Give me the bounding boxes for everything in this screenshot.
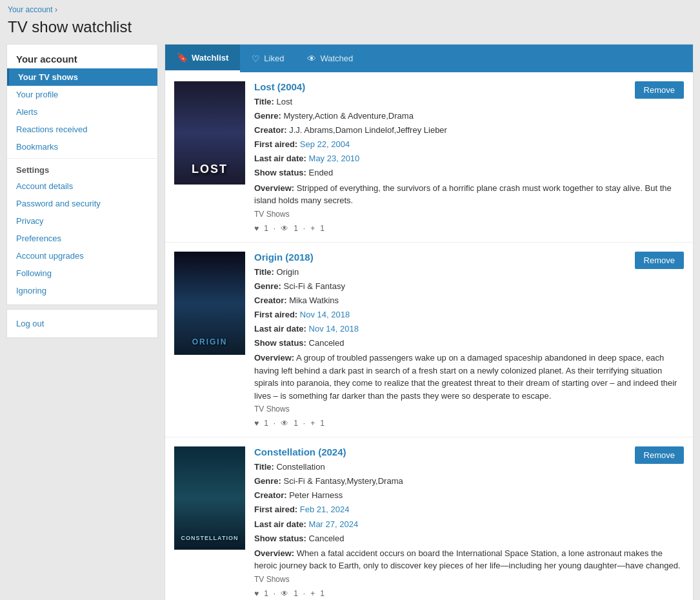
view-icon-lost: · bbox=[274, 224, 275, 233]
show-title-constellation[interactable]: Constellation (2024) bbox=[254, 446, 684, 457]
sidebar-item-reactions-received[interactable]: Reactions received bbox=[7, 121, 157, 138]
view-count-origin: 1 bbox=[294, 419, 298, 428]
watchlist-icon: 🔖 bbox=[177, 52, 188, 63]
remove-button-origin[interactable]: Remove bbox=[635, 252, 684, 269]
sidebar-item-alerts[interactable]: Alerts bbox=[7, 103, 157, 121]
show-meta-constellation: Title: Constellation Genre: Sci-Fi & Fan… bbox=[254, 460, 684, 572]
logout-button[interactable]: Log out bbox=[7, 315, 157, 332]
show-poster-constellation: CONSTELLATION bbox=[174, 446, 245, 550]
show-actions-constellation: ♥ 1 · 👁 1 · + 1 bbox=[254, 589, 684, 598]
sidebar-account-heading: Your account bbox=[7, 50, 157, 68]
breadcrumb: Your account › bbox=[0, 0, 700, 15]
like-count-constellation: 1 bbox=[264, 589, 268, 598]
liked-icon: ♡ bbox=[252, 54, 260, 64]
sidebar-settings-heading: Settings bbox=[7, 161, 157, 177]
sidebar-item-bookmarks[interactable]: Bookmarks bbox=[7, 138, 157, 155]
sidebar-item-following[interactable]: Following bbox=[7, 265, 157, 282]
show-info-constellation: Constellation (2024) Title: Constellatio… bbox=[254, 446, 684, 598]
sidebar-item-your-tv-shows[interactable]: Your TV shows bbox=[7, 68, 157, 86]
sidebar-item-password-security[interactable]: Password and security bbox=[7, 195, 157, 212]
show-info-lost: Lost (2004) Title: Lost Genre: Mystery,A… bbox=[254, 81, 684, 233]
watched-icon: 👁 bbox=[307, 54, 316, 64]
eye-icon-constellation: 👁 bbox=[281, 589, 288, 598]
tab-watched[interactable]: 👁 Watched bbox=[295, 45, 365, 72]
eye-icon-lost: 👁 bbox=[281, 224, 288, 233]
plus-icon-constellation: + bbox=[310, 589, 315, 598]
show-item-origin: ORIGIN Origin (2018) Title: Origin Genre… bbox=[165, 243, 693, 438]
tab-liked[interactable]: ♡ Liked bbox=[240, 45, 295, 72]
show-actions-lost: ♥ 1 · 👁 1 · + 1 bbox=[254, 224, 684, 233]
plus-count-lost: 1 bbox=[320, 224, 325, 233]
breadcrumb-separator: › bbox=[55, 5, 57, 14]
show-actions-origin: ♥ 1 · 👁 1 · + 1 bbox=[254, 419, 684, 428]
sidebar-item-ignoring[interactable]: Ignoring bbox=[7, 282, 157, 299]
show-title-lost[interactable]: Lost (2004) bbox=[254, 81, 684, 92]
breadcrumb-parent[interactable]: Your account bbox=[8, 5, 53, 14]
show-list: LOST Lost (2004) Title: Lost Genre: Myst… bbox=[165, 72, 693, 600]
show-item-lost: LOST Lost (2004) Title: Lost Genre: Myst… bbox=[165, 72, 693, 243]
tab-liked-label: Liked bbox=[264, 54, 284, 63]
sidebar-item-privacy[interactable]: Privacy bbox=[7, 212, 157, 230]
tab-watchlist-label: Watchlist bbox=[192, 53, 228, 63]
view-count-lost: 1 bbox=[294, 224, 298, 233]
page-title: TV show watchlist bbox=[0, 15, 700, 44]
show-category-lost: TV Shows bbox=[254, 210, 684, 219]
sidebar-item-account-details[interactable]: Account details bbox=[7, 177, 157, 195]
like-count-origin: 1 bbox=[264, 419, 268, 428]
show-meta-origin: Title: Origin Genre: Sci-Fi & Fantasy Cr… bbox=[254, 265, 684, 403]
view-count-constellation: 1 bbox=[294, 589, 298, 598]
show-meta-lost: Title: Lost Genre: Mystery,Action & Adve… bbox=[254, 95, 684, 207]
poster-label-origin: ORIGIN bbox=[174, 337, 245, 352]
show-item-constellation: CONSTELLATION Constellation (2024) Title… bbox=[165, 437, 693, 600]
show-title-origin[interactable]: Origin (2018) bbox=[254, 252, 684, 263]
like-icon-origin: ♥ bbox=[254, 419, 259, 428]
like-count-lost: 1 bbox=[264, 224, 268, 233]
sidebar-logout-section: Log out bbox=[6, 309, 158, 338]
remove-button-constellation[interactable]: Remove bbox=[635, 446, 684, 464]
plus-count-constellation: 1 bbox=[320, 589, 325, 598]
sidebar-item-preferences[interactable]: Preferences bbox=[7, 230, 157, 247]
like-icon-constellation: ♥ bbox=[254, 589, 259, 598]
poster-label-constellation: CONSTELLATION bbox=[174, 535, 245, 546]
sidebar-item-account-upgrades[interactable]: Account upgrades bbox=[7, 247, 157, 265]
remove-button-lost[interactable]: Remove bbox=[635, 81, 684, 99]
show-poster-lost: LOST bbox=[174, 81, 245, 185]
sidebar: Your account Your TV shows Your profile … bbox=[6, 44, 158, 600]
tabs-bar: 🔖 Watchlist ♡ Liked 👁 Watched bbox=[165, 45, 693, 72]
plus-icon-lost: + bbox=[310, 224, 315, 233]
poster-label-lost: LOST bbox=[174, 163, 245, 181]
tab-watched-label: Watched bbox=[320, 54, 353, 63]
show-category-constellation: TV Shows bbox=[254, 575, 684, 584]
eye-icon-origin: 👁 bbox=[281, 419, 288, 428]
sidebar-account-section: Your account Your TV shows Your profile … bbox=[6, 44, 158, 305]
tab-watchlist[interactable]: 🔖 Watchlist bbox=[165, 45, 240, 72]
plus-icon-origin: + bbox=[310, 419, 315, 428]
sidebar-item-your-profile[interactable]: Your profile bbox=[7, 86, 157, 103]
main-content: 🔖 Watchlist ♡ Liked 👁 Watched LOST bbox=[165, 44, 694, 600]
show-category-origin: TV Shows bbox=[254, 405, 684, 414]
plus-count-origin: 1 bbox=[320, 419, 325, 428]
show-info-origin: Origin (2018) Title: Origin Genre: Sci-F… bbox=[254, 252, 684, 428]
like-icon-lost: ♥ bbox=[254, 224, 259, 233]
show-poster-origin: ORIGIN bbox=[174, 252, 245, 355]
